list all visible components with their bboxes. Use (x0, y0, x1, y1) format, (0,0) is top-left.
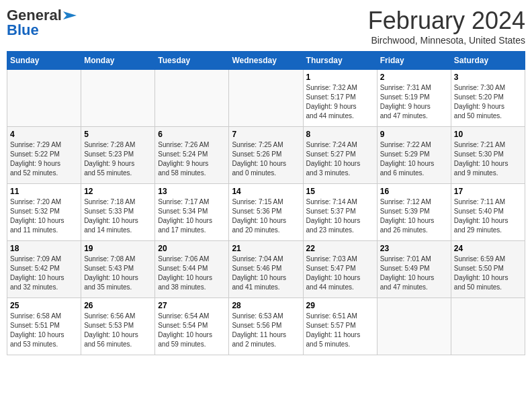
day-info: Sunrise: 7:29 AM Sunset: 5:22 PM Dayligh… (10, 140, 78, 178)
day-number: 8 (306, 130, 374, 139)
day-info: Sunrise: 6:53 AM Sunset: 5:56 PM Dayligh… (232, 312, 300, 349)
col-thursday: Thursday (303, 52, 377, 70)
day-info: Sunrise: 6:54 AM Sunset: 5:54 PM Dayligh… (158, 312, 226, 349)
table-row: 26Sunrise: 6:56 AM Sunset: 5:53 PM Dayli… (81, 298, 155, 355)
table-row (7, 70, 81, 127)
day-number: 10 (454, 130, 522, 139)
calendar-header-row: Sunday Monday Tuesday Wednesday Thursday… (7, 52, 525, 70)
day-number: 13 (158, 187, 226, 196)
table-row: 18Sunrise: 7:09 AM Sunset: 5:42 PM Dayli… (7, 241, 81, 298)
month-title: February 2024 (368, 7, 525, 35)
day-info: Sunrise: 6:58 AM Sunset: 5:51 PM Dayligh… (10, 312, 78, 349)
day-number: 18 (10, 244, 78, 253)
table-row: 3Sunrise: 7:30 AM Sunset: 5:20 PM Daylig… (451, 70, 525, 127)
table-row: 2Sunrise: 7:31 AM Sunset: 5:19 PM Daylig… (377, 70, 451, 127)
table-row: 9Sunrise: 7:22 AM Sunset: 5:29 PM Daylig… (377, 127, 451, 184)
day-number: 23 (380, 244, 448, 253)
col-monday: Monday (81, 52, 155, 70)
title-section: February 2024 Birchwood, Minnesota, Unit… (368, 7, 525, 46)
day-info: Sunrise: 7:04 AM Sunset: 5:46 PM Dayligh… (232, 255, 300, 292)
table-row: 27Sunrise: 6:54 AM Sunset: 5:54 PM Dayli… (155, 298, 229, 355)
table-row: 28Sunrise: 6:53 AM Sunset: 5:56 PM Dayli… (229, 298, 303, 355)
table-row: 29Sunrise: 6:51 AM Sunset: 5:57 PM Dayli… (303, 298, 377, 355)
table-row: 17Sunrise: 7:11 AM Sunset: 5:40 PM Dayli… (451, 184, 525, 241)
table-row: 23Sunrise: 7:01 AM Sunset: 5:49 PM Dayli… (377, 241, 451, 298)
day-info: Sunrise: 7:24 AM Sunset: 5:27 PM Dayligh… (306, 140, 374, 178)
day-info: Sunrise: 6:56 AM Sunset: 5:53 PM Dayligh… (84, 312, 152, 349)
calendar-week-row: 1Sunrise: 7:32 AM Sunset: 5:17 PM Daylig… (7, 70, 525, 127)
day-number: 3 (454, 73, 522, 82)
table-row: 15Sunrise: 7:14 AM Sunset: 5:37 PM Dayli… (303, 184, 377, 241)
day-info: Sunrise: 7:25 AM Sunset: 5:26 PM Dayligh… (232, 140, 300, 178)
day-info: Sunrise: 7:06 AM Sunset: 5:44 PM Dayligh… (158, 255, 226, 292)
day-info: Sunrise: 7:22 AM Sunset: 5:29 PM Dayligh… (380, 140, 448, 178)
table-row: 5Sunrise: 7:28 AM Sunset: 5:23 PM Daylig… (81, 127, 155, 184)
table-row: 24Sunrise: 6:59 AM Sunset: 5:50 PM Dayli… (451, 241, 525, 298)
calendar-week-row: 25Sunrise: 6:58 AM Sunset: 5:51 PM Dayli… (7, 298, 525, 355)
day-info: Sunrise: 7:26 AM Sunset: 5:24 PM Dayligh… (158, 140, 226, 178)
table-row: 21Sunrise: 7:04 AM Sunset: 5:46 PM Dayli… (229, 241, 303, 298)
page-header: General Blue February 2024 Birchwood, Mi… (7, 7, 525, 46)
table-row: 13Sunrise: 7:17 AM Sunset: 5:34 PM Dayli… (155, 184, 229, 241)
location-subtitle: Birchwood, Minnesota, United States (368, 35, 525, 46)
table-row: 10Sunrise: 7:21 AM Sunset: 5:30 PM Dayli… (451, 127, 525, 184)
table-row (155, 70, 229, 127)
day-number: 16 (380, 187, 448, 196)
day-info: Sunrise: 7:30 AM Sunset: 5:20 PM Dayligh… (454, 83, 522, 121)
day-number: 28 (232, 301, 300, 310)
day-number: 17 (454, 187, 522, 196)
table-row: 16Sunrise: 7:12 AM Sunset: 5:39 PM Dayli… (377, 184, 451, 241)
day-number: 21 (232, 244, 300, 253)
day-info: Sunrise: 6:51 AM Sunset: 5:57 PM Dayligh… (306, 312, 374, 349)
day-info: Sunrise: 7:11 AM Sunset: 5:40 PM Dayligh… (454, 197, 522, 235)
table-row: 19Sunrise: 7:08 AM Sunset: 5:43 PM Dayli… (81, 241, 155, 298)
day-number: 26 (84, 301, 152, 310)
day-info: Sunrise: 7:31 AM Sunset: 5:19 PM Dayligh… (380, 83, 448, 121)
table-row: 6Sunrise: 7:26 AM Sunset: 5:24 PM Daylig… (155, 127, 229, 184)
table-row: 12Sunrise: 7:18 AM Sunset: 5:33 PM Dayli… (81, 184, 155, 241)
day-number: 20 (158, 244, 226, 253)
day-number: 25 (10, 301, 78, 310)
day-info: Sunrise: 7:03 AM Sunset: 5:47 PM Dayligh… (306, 255, 374, 292)
day-number: 19 (84, 244, 152, 253)
table-row: 11Sunrise: 7:20 AM Sunset: 5:32 PM Dayli… (7, 184, 81, 241)
day-number: 27 (158, 301, 226, 310)
day-info: Sunrise: 7:09 AM Sunset: 5:42 PM Dayligh… (10, 255, 78, 292)
day-number: 11 (10, 187, 78, 196)
day-number: 22 (306, 244, 374, 253)
table-row (451, 298, 525, 355)
calendar-table: Sunday Monday Tuesday Wednesday Thursday… (7, 51, 525, 355)
day-info: Sunrise: 7:28 AM Sunset: 5:23 PM Dayligh… (84, 140, 152, 178)
table-row: 7Sunrise: 7:25 AM Sunset: 5:26 PM Daylig… (229, 127, 303, 184)
day-info: Sunrise: 7:17 AM Sunset: 5:34 PM Dayligh… (158, 197, 226, 235)
day-info: Sunrise: 7:21 AM Sunset: 5:30 PM Dayligh… (454, 140, 522, 178)
day-info: Sunrise: 7:14 AM Sunset: 5:37 PM Dayligh… (306, 197, 374, 235)
col-sunday: Sunday (7, 52, 81, 70)
calendar-week-row: 11Sunrise: 7:20 AM Sunset: 5:32 PM Dayli… (7, 184, 525, 241)
day-number: 7 (232, 130, 300, 139)
logo: General Blue (7, 7, 77, 39)
day-number: 1 (306, 73, 374, 82)
table-row (81, 70, 155, 127)
svg-marker-0 (63, 11, 77, 19)
day-number: 5 (84, 130, 152, 139)
day-info: Sunrise: 7:32 AM Sunset: 5:17 PM Dayligh… (306, 83, 374, 121)
table-row: 1Sunrise: 7:32 AM Sunset: 5:17 PM Daylig… (303, 70, 377, 127)
table-row: 22Sunrise: 7:03 AM Sunset: 5:47 PM Dayli… (303, 241, 377, 298)
day-info: Sunrise: 7:18 AM Sunset: 5:33 PM Dayligh… (84, 197, 152, 235)
day-number: 15 (306, 187, 374, 196)
day-info: Sunrise: 7:12 AM Sunset: 5:39 PM Dayligh… (380, 197, 448, 235)
day-number: 24 (454, 244, 522, 253)
day-info: Sunrise: 7:20 AM Sunset: 5:32 PM Dayligh… (10, 197, 78, 235)
day-info: Sunrise: 6:59 AM Sunset: 5:50 PM Dayligh… (454, 255, 522, 292)
day-number: 14 (232, 187, 300, 196)
col-saturday: Saturday (451, 52, 525, 70)
logo-blue-text: Blue (7, 21, 39, 39)
day-number: 2 (380, 73, 448, 82)
table-row: 25Sunrise: 6:58 AM Sunset: 5:51 PM Dayli… (7, 298, 81, 355)
calendar-week-row: 18Sunrise: 7:09 AM Sunset: 5:42 PM Dayli… (7, 241, 525, 298)
day-number: 6 (158, 130, 226, 139)
day-number: 9 (380, 130, 448, 139)
table-row: 14Sunrise: 7:15 AM Sunset: 5:36 PM Dayli… (229, 184, 303, 241)
col-tuesday: Tuesday (155, 52, 229, 70)
